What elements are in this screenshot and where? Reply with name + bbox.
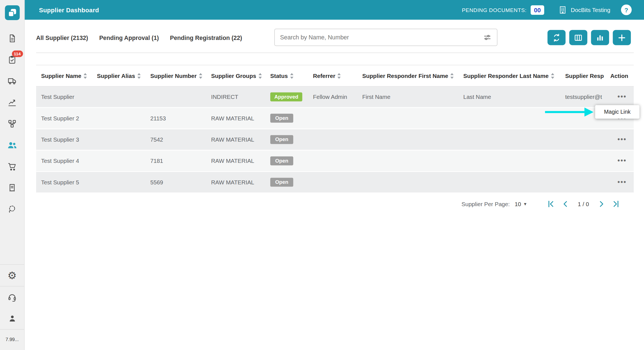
cell-supplier-groups: RAW MATERIAL <box>211 179 270 186</box>
headset-icon <box>7 292 17 302</box>
col-header-responder-first-name[interactable]: Supplier Responder First Name <box>362 72 463 79</box>
col-header-responder-last-name[interactable]: Supplier Responder Last Name <box>463 72 565 79</box>
header-right: PENDING DOCUMENTS: 00 DocBits Testing ? <box>462 4 632 15</box>
cell-responder-email: testsupplier@t <box>565 94 610 100</box>
people-icon <box>7 140 17 150</box>
organization-name: DocBits Testing <box>571 7 610 13</box>
cell-supplier-name: Test Supplier <box>41 94 97 100</box>
table-row: Test Supplier INDIRECT Approved Fellow A… <box>36 87 634 108</box>
refresh-button[interactable] <box>548 30 566 45</box>
cell-action: ••• <box>610 93 634 101</box>
sidebar-item-invoices[interactable] <box>0 177 24 198</box>
col-header-supplier-number[interactable]: Supplier Number <box>150 72 211 79</box>
organization-menu[interactable]: DocBits Testing <box>558 5 610 14</box>
sidebar-item-approvals[interactable]: 114 <box>0 49 24 70</box>
sort-icon <box>290 73 293 79</box>
status-badge: Open <box>270 135 293 144</box>
help-button[interactable]: ? <box>621 4 632 15</box>
sidebar-nav: 114 <box>0 27 24 220</box>
status-badge: Open <box>270 178 293 187</box>
magic-link-menu-item[interactable]: Magic Link <box>595 105 640 118</box>
col-header-referrer[interactable]: Referrer <box>313 72 362 79</box>
lasso-icon <box>7 204 17 214</box>
sidebar-item-suppliers[interactable] <box>0 134 24 155</box>
per-page-value: 10 <box>515 201 521 208</box>
main-content: All Supplier (2132) Pending Approval (1)… <box>25 20 644 350</box>
truck-icon <box>7 76 17 86</box>
building-icon <box>558 5 567 14</box>
sidebar-item-documents[interactable] <box>0 27 24 49</box>
cell-supplier-name: Test Supplier 4 <box>41 158 97 164</box>
columns-icon <box>574 33 583 42</box>
last-page-button[interactable] <box>610 198 622 210</box>
next-page-button[interactable] <box>595 198 607 210</box>
col-header-action: Action <box>610 72 634 79</box>
search-input[interactable] <box>280 34 483 41</box>
sort-icon <box>337 73 341 79</box>
sidebar-item-workflow[interactable] <box>0 113 24 134</box>
page-indicator: 1 / 0 <box>578 201 589 208</box>
tabs: All Supplier (2132) Pending Approval (1)… <box>36 30 242 46</box>
row-actions-button[interactable]: ••• <box>617 93 627 101</box>
cell-referrer: Fellow Admin <box>313 94 362 100</box>
per-page-label: Supplier Per Page: <box>461 201 510 208</box>
sidebar-item-lasso[interactable] <box>0 198 24 220</box>
cell-action: ••• <box>610 135 634 144</box>
sidebar-item-support[interactable] <box>0 287 24 308</box>
cell-supplier-groups: RAW MATERIAL <box>211 115 270 122</box>
gear-icon: ⚙ <box>8 270 17 281</box>
sidebar-item-profile[interactable] <box>0 308 24 329</box>
version-label: 7.99... <box>6 330 19 350</box>
row-actions-button[interactable]: ••• <box>617 135 627 143</box>
document-icon <box>7 34 17 43</box>
cell-status: Open <box>270 156 313 165</box>
tab-pending-registration[interactable]: Pending Registration (22) <box>170 34 242 41</box>
per-page-select[interactable]: 10 ▾ <box>515 201 526 208</box>
logo-icon <box>7 7 17 18</box>
cell-status: Approved <box>270 92 313 101</box>
cell-supplier-number: 7542 <box>150 136 211 143</box>
approvals-count-badge: 114 <box>12 51 23 57</box>
status-badge: Approved <box>270 92 302 101</box>
pending-documents-count: 00 <box>531 5 544 15</box>
sidebar-item-purchasing[interactable] <box>0 156 24 177</box>
first-page-button[interactable] <box>544 198 557 210</box>
pagination-nav: 1 / 0 <box>544 198 622 210</box>
pending-documents-label: PENDING DOCUMENTS: <box>462 7 527 13</box>
person-icon <box>8 314 16 323</box>
col-header-status[interactable]: Status <box>270 72 313 79</box>
col-header-supplier-groups[interactable]: Supplier Groups <box>211 72 270 79</box>
pagination: Supplier Per Page: 10 ▾ <box>36 193 634 215</box>
sidebar-item-deliveries[interactable] <box>0 70 24 91</box>
cell-status: Open <box>270 135 313 144</box>
row-actions-button[interactable]: ••• <box>617 157 627 165</box>
cell-action: ••• <box>610 178 634 186</box>
sort-icon <box>83 73 87 79</box>
sidebar-item-settings[interactable]: ⚙ <box>0 265 24 286</box>
cell-responder-last-name: Last Name <box>463 94 565 100</box>
sidebar-item-analytics[interactable] <box>0 92 24 113</box>
cell-supplier-number: 21153 <box>150 115 211 122</box>
previous-page-button[interactable] <box>559 198 572 210</box>
col-header-supplier-alias[interactable]: Supplier Alias <box>97 72 150 79</box>
row-actions-button[interactable]: ••• <box>617 178 627 186</box>
annotation-arrow <box>544 107 594 117</box>
cell-supplier-name: Test Supplier 5 <box>41 179 97 186</box>
search-box <box>274 29 498 46</box>
tab-all-supplier[interactable]: All Supplier (2132) <box>36 34 88 41</box>
table-row: Test Supplier 5 5569 RAW MATERIAL Open •… <box>36 172 634 193</box>
last-page-icon <box>612 199 621 208</box>
col-header-supplier-name[interactable]: Supplier Name <box>41 72 97 79</box>
columns-button[interactable] <box>569 30 588 45</box>
chart-button[interactable] <box>591 30 609 45</box>
col-header-responder-email[interactable]: Supplier Resp <box>565 72 610 79</box>
page-title: Supplier Dashboard <box>39 6 99 13</box>
add-supplier-button[interactable] <box>613 30 631 45</box>
filter-icon[interactable] <box>483 33 492 42</box>
table-row: Test Supplier 3 7542 RAW MATERIAL Open •… <box>36 129 634 151</box>
toolbar <box>548 30 631 45</box>
tab-pending-approval[interactable]: Pending Approval (1) <box>99 34 159 41</box>
cell-supplier-groups: RAW MATERIAL <box>211 158 270 164</box>
app-logo[interactable] <box>5 5 20 20</box>
cell-status: Open <box>270 114 313 123</box>
